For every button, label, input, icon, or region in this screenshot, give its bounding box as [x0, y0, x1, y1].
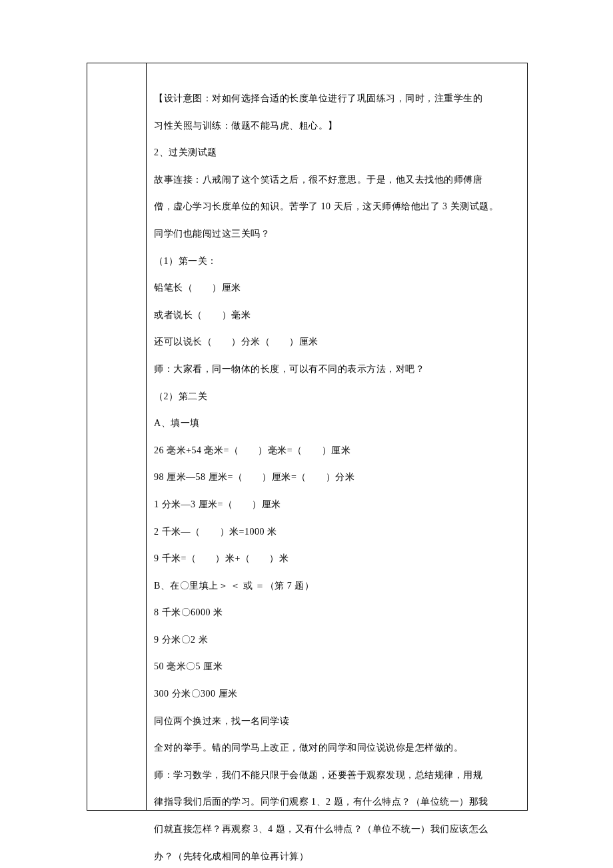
text-line: 们就直接怎样？再观察 3、4 题，又有什么特点？（单位不统一）我们应该怎么	[154, 816, 520, 843]
text-line: B、在〇里填上＞ ＜ 或 ＝（第 7 题）	[154, 573, 520, 600]
text-line: 师：大家看，同一物体的长度，可以有不同的表示方法，对吧？	[154, 356, 520, 383]
text-line: 300 分米〇300 厘米	[154, 681, 520, 708]
text-line: （1）第一关：	[154, 248, 520, 275]
text-line: 8 千米〇6000 米	[154, 599, 520, 627]
text-line: 办？（先转化成相同的单位再计算）	[154, 843, 520, 868]
text-line: 2、过关测试题	[154, 139, 520, 167]
text-line: 铅笔长（ ）厘米	[154, 275, 520, 302]
text-line: 律指导我们后面的学习。同学们观察 1、2 题，有什么特点？（单位统一）那我	[154, 789, 520, 816]
text-line: 故事连接：八戒闹了这个笑话之后，很不好意思。于是，他又去找他的师傅唐	[154, 167, 520, 194]
text-line: 师：学习数学，我们不能只限于会做题，还要善于观察发现，总结规律，用规	[154, 762, 520, 789]
text-line: 9 分米〇2 米	[154, 627, 520, 654]
text-line: （2）第二关	[154, 383, 520, 411]
text-line: 全对的举手。错的同学马上改正，做对的同学和同位说说你是怎样做的。	[154, 735, 520, 762]
text-line: 或者说长（ ）毫米	[154, 302, 520, 329]
text-line: 还可以说长（ ）分米（ ）厘米	[154, 329, 520, 356]
text-line: 98 厘米—58 厘米=（ ）厘米=（ ）分米	[154, 464, 520, 491]
text-line: 同学们也能闯过这三关吗？	[154, 221, 520, 248]
text-line: 习性关照与训练：做题不能马虎、粗心。】	[154, 113, 520, 140]
text-line: 2 千米—（ ）米=1000 米	[154, 519, 520, 546]
text-line: 僧，虚心学习长度单位的知识。苦学了 10 天后，这天师傅给他出了 3 关测试题。	[154, 193, 520, 221]
text-line: 9 千米=（ ）米+（ ）米	[154, 545, 520, 573]
text-line: 【设计意图：对如何选择合适的长度单位进行了巩固练习，同时，注重学生的	[154, 85, 520, 113]
text-line: 1 分米—3 厘米=（ ）厘米	[154, 491, 520, 519]
text-line: 同位两个换过来，找一名同学读	[154, 708, 520, 735]
text-line: 26 毫米+54 毫米=（ ）毫米=（ ）厘米	[154, 437, 520, 465]
page-border: 【设计意图：对如何选择合适的长度单位进行了巩固练习，同时，注重学生的 习性关照与…	[87, 63, 528, 811]
text-line: 50 毫米〇5 厘米	[154, 653, 520, 681]
document-content: 【设计意图：对如何选择合适的长度单位进行了巩固练习，同时，注重学生的 习性关照与…	[154, 85, 520, 868]
text-line: A、填一填	[154, 410, 520, 437]
column-divider	[146, 63, 147, 810]
